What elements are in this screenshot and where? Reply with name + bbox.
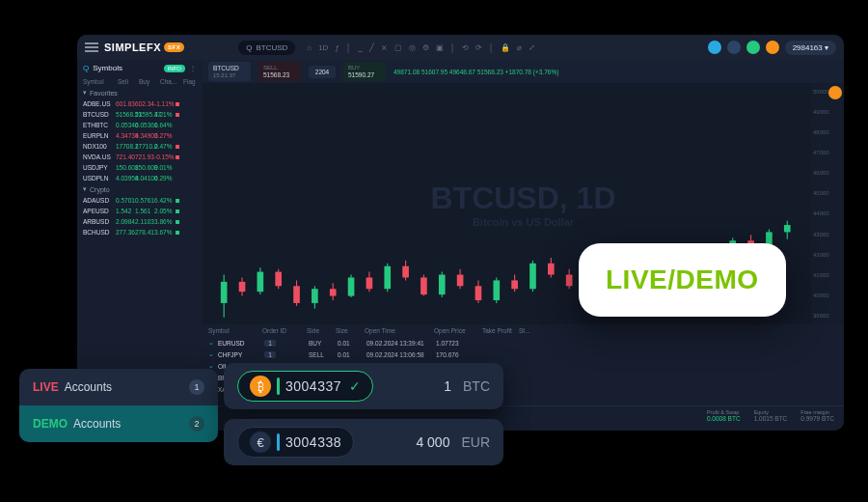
svg-rect-23	[420, 277, 427, 294]
live-demo-badge: LIVE/DEMO	[579, 243, 786, 317]
y-axis: 5000049000480004700046000450004400043000…	[811, 83, 844, 324]
ticker-symbol[interactable]: BTCUSD15:21:37	[208, 62, 251, 81]
svg-rect-39	[566, 275, 573, 287]
buy-button[interactable]: BUY51590.27	[343, 62, 386, 81]
sidebar-title: Symbols	[93, 64, 122, 72]
toolbar-icon[interactable]: ⌀	[517, 43, 522, 52]
watchlist-row[interactable]: APEUSD1.5421.5612.05%	[77, 206, 203, 216]
btc-icon	[766, 41, 779, 54]
svg-rect-35	[529, 264, 536, 289]
account-list: ₿3004337✓1BTC€30043384 000EUR	[224, 363, 503, 465]
svg-rect-17	[366, 277, 373, 289]
toolbar-icon[interactable]: 1D	[318, 43, 328, 52]
svg-rect-33	[511, 280, 518, 289]
toolbar-icon[interactable]: ƒ	[335, 43, 339, 52]
watchlist-row[interactable]: USDJPY150.608150.6090.01%	[77, 162, 203, 173]
accounts-panel: LIVEAccounts 1 DEMOAccounts 2	[19, 369, 218, 442]
svg-rect-1	[221, 282, 228, 303]
svg-rect-9	[293, 286, 300, 303]
svg-rect-63	[784, 225, 791, 232]
watchlist-row[interactable]: ADBE.US601.83602.34-1.11%	[77, 98, 203, 109]
order-row[interactable]: ⌄CHFJPY1SELL0.0109.02.2024 13:06:58170.6…	[203, 349, 844, 360]
tab-demo-accounts[interactable]: DEMOAccounts 2	[19, 405, 218, 442]
watchlist-row[interactable]: USDPLN4.039584.041060.29%	[77, 173, 203, 183]
menu-icon[interactable]	[85, 42, 98, 52]
toolbar-icon[interactable]: ⟲	[462, 43, 469, 52]
logo: SIMPLEFX SFX	[104, 42, 184, 53]
toolbar-icon[interactable]: 🔒	[501, 43, 510, 52]
toolbar-icon[interactable]: │	[489, 43, 494, 52]
svg-rect-29	[475, 286, 482, 300]
tab-live-accounts[interactable]: LIVEAccounts 1	[19, 369, 218, 405]
toolbar-icon[interactable]: ⤢	[529, 43, 535, 52]
section-crypto[interactable]: ▾ Crypto	[77, 183, 203, 195]
svg-rect-5	[258, 272, 264, 293]
watchlist-row[interactable]: NDX10017708.217710.20.47%	[77, 141, 203, 152]
toolbar-icon[interactable]: │	[346, 43, 351, 52]
symbol-search[interactable]: Q BTCUSD	[238, 41, 295, 55]
toolbar-icon[interactable]: ⚙	[422, 43, 429, 52]
section-favorites[interactable]: ▾ Favorites	[77, 87, 203, 98]
watchlist-row[interactable]: BCHUSD277.36278.413.67%	[77, 227, 203, 237]
svg-rect-3	[239, 282, 246, 292]
toolbar-icon[interactable]: │	[450, 43, 455, 52]
toolbar-icon[interactable]: ⟳	[475, 43, 482, 52]
watchlist-row[interactable]: ADAUSD0.57010.57616.42%	[77, 195, 203, 206]
toolbar-icon[interactable]: ◎	[409, 43, 416, 52]
svg-rect-27	[457, 275, 464, 287]
account-row[interactable]: ₿3004337✓1BTC	[224, 363, 503, 409]
svg-rect-11	[312, 289, 318, 303]
chart-toolbar: ⌂1Dƒ│⎯╱⨯▢◎⚙▣│⟲⟳│🔒⌀⤢	[307, 43, 535, 52]
svg-rect-15	[348, 277, 355, 295]
avatar-icon[interactable]	[708, 41, 721, 54]
sfx-badge-icon	[828, 86, 842, 99]
spread: 2204	[309, 66, 336, 78]
svg-rect-21	[402, 266, 409, 278]
help-icon[interactable]	[727, 41, 741, 54]
toolbar-icon[interactable]: ⎯	[358, 43, 363, 52]
watchlist-row[interactable]: ETHBTC0.053460.053610.64%	[77, 120, 203, 130]
svg-rect-13	[330, 289, 337, 295]
watchlist-columns: SymbolSellBuyCha...Flag	[77, 76, 203, 87]
sell-button[interactable]: SELL51568.23	[258, 62, 301, 81]
toolbar-icon[interactable]: ⌂	[307, 43, 312, 52]
more-icon[interactable]: ⋮	[189, 64, 197, 72]
svg-rect-25	[439, 275, 446, 295]
toolbar-icon[interactable]: ▢	[394, 43, 402, 52]
toolbar-icon[interactable]: ╱	[369, 43, 374, 52]
search-icon: Q	[246, 43, 252, 52]
svg-rect-31	[493, 280, 500, 300]
search-icon: Q	[83, 64, 89, 72]
notifications-icon[interactable]	[746, 41, 760, 54]
watchlist-row[interactable]: ARBUSD2.09842.11033.86%	[77, 216, 203, 227]
watchlist-row[interactable]: EURPLN4.347394.349030.27%	[77, 130, 203, 141]
svg-rect-37	[548, 264, 555, 275]
toolbar-icon[interactable]: ▣	[436, 43, 444, 52]
svg-rect-19	[384, 266, 391, 290]
info-badge[interactable]: INFO	[164, 65, 185, 72]
svg-rect-7	[275, 272, 282, 287]
watchlist-row[interactable]: BTCUSD51568.2351595.374.21%	[77, 109, 203, 120]
account-row[interactable]: €30043384 000EUR	[224, 419, 503, 465]
toolbar-icon[interactable]: ⨯	[381, 43, 388, 52]
ohlc-stats: 49871.08 51607.95 49648.67 51568.23 +187…	[393, 69, 558, 75]
orders-header: SymbolOrder IDSideSizeOpen TimeOpen Pric…	[203, 324, 844, 337]
order-row[interactable]: ⌄EURUSD1BUY0.0109.02.2024 13:39:411.0772…	[203, 337, 844, 349]
ticker-bar: BTCUSD15:21:37 SELL51568.23 2204 BUY5159…	[203, 60, 844, 83]
topbar: SIMPLEFX SFX Q BTCUSD ⌂1Dƒ│⎯╱⨯▢◎⚙▣│⟲⟳│🔒⌀…	[77, 35, 844, 60]
watchlist-row[interactable]: NVDA.US721.40721.93-0.15%	[77, 152, 203, 162]
balance[interactable]: 2984163 ▾	[785, 41, 836, 55]
